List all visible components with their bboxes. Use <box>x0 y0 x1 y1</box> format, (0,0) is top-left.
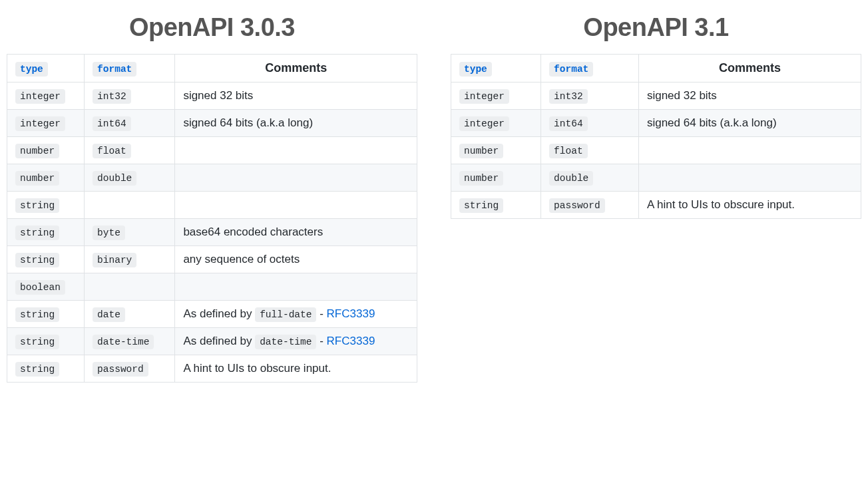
cell-comment <box>175 273 417 301</box>
format-code: password <box>549 198 605 213</box>
format-code: byte <box>93 226 125 240</box>
format-code: date <box>93 307 125 322</box>
cell-format: password <box>541 192 639 219</box>
type-code: string <box>15 362 59 377</box>
code-keyword: type <box>15 62 48 77</box>
cell-format: date <box>85 301 175 328</box>
type-code: integer <box>15 89 65 104</box>
rfc-link[interactable]: RFC3339 <box>327 307 375 320</box>
table-row: numberdouble <box>451 164 861 192</box>
cell-format <box>85 273 175 301</box>
table-row: integerint32signed 32 bits <box>7 82 417 110</box>
table-body-left: integerint32signed 32 bitsintegerint64si… <box>7 82 417 383</box>
type-code: integer <box>459 116 509 131</box>
cell-comment: any sequence of octets <box>175 246 417 273</box>
rfc-link[interactable]: RFC3339 <box>327 335 375 347</box>
cell-comment: As defined by date-time - RFC3339 <box>175 328 417 355</box>
cell-comment: signed 32 bits <box>638 82 861 110</box>
format-code: date-time <box>93 335 154 349</box>
cell-type: number <box>7 164 85 192</box>
format-code: password <box>93 362 148 377</box>
comparison-container: OpenAPI 3.0.3 type format Comments integ… <box>7 13 861 383</box>
type-code: string <box>15 253 59 267</box>
format-code: float <box>93 144 131 158</box>
cell-type: integer <box>7 82 85 110</box>
type-code: boolean <box>15 280 65 295</box>
cell-type: string <box>451 192 541 219</box>
table-row: integerint64signed 64 bits (a.k.a long) <box>7 110 417 137</box>
code-keyword: format <box>549 62 593 77</box>
format-code: int32 <box>93 89 131 104</box>
cell-type: integer <box>451 110 541 137</box>
format-code: double <box>549 171 593 186</box>
cell-type: number <box>451 137 541 164</box>
table-row: stringbinaryany sequence of octets <box>7 246 417 273</box>
type-code: string <box>15 198 59 213</box>
cell-comment <box>175 137 417 164</box>
cell-format <box>85 192 175 219</box>
cell-type: number <box>7 137 85 164</box>
heading-left: OpenAPI 3.0.3 <box>7 13 417 42</box>
cell-format: double <box>541 164 639 192</box>
cell-comment <box>638 137 861 164</box>
code-keyword: format <box>93 62 136 77</box>
cell-type: boolean <box>7 273 85 301</box>
cell-format: int64 <box>541 110 639 137</box>
table-row: stringpasswordA hint to UIs to obscure i… <box>451 192 861 219</box>
inline-code: date-time <box>255 335 316 349</box>
table-right: type format Comments integerint32signed … <box>451 54 861 219</box>
heading-right: OpenAPI 3.1 <box>451 13 861 42</box>
cell-comment: As defined by full-date - RFC3339 <box>175 301 417 328</box>
cell-format: int64 <box>85 110 175 137</box>
cell-comment: signed 64 bits (a.k.a long) <box>175 110 417 137</box>
cell-comment <box>175 164 417 192</box>
table-row: numberdouble <box>7 164 417 192</box>
table-body-right: integerint32signed 32 bitsintegerint64si… <box>451 82 861 219</box>
col-header-format: format <box>541 55 639 82</box>
table-row: stringbytebase64 encoded characters <box>7 219 417 246</box>
format-code: double <box>93 171 136 186</box>
cell-type: string <box>7 246 85 273</box>
type-code: string <box>459 198 503 213</box>
cell-comment: A hint to UIs to obscure input. <box>638 192 861 219</box>
col-header-comments: Comments <box>638 55 861 82</box>
table-row: stringdateAs defined by full-date - RFC3… <box>7 301 417 328</box>
cell-format: byte <box>85 219 175 246</box>
table-row: stringdate-timeAs defined by date-time -… <box>7 328 417 355</box>
type-code: number <box>15 144 59 158</box>
cell-format: float <box>541 137 639 164</box>
cell-comment: base64 encoded characters <box>175 219 417 246</box>
table-row: boolean <box>7 273 417 301</box>
format-code: int64 <box>549 116 588 131</box>
inline-code: full-date <box>255 307 316 322</box>
col-header-format: format <box>85 55 175 82</box>
col-header-comments: Comments <box>175 55 417 82</box>
cell-format: int32 <box>85 82 175 110</box>
cell-type: string <box>7 301 85 328</box>
type-code: integer <box>15 116 65 131</box>
cell-type: integer <box>451 82 541 110</box>
cell-type: string <box>7 355 85 383</box>
cell-comment: A hint to UIs to obscure input. <box>175 355 417 383</box>
table-row: numberfloat <box>7 137 417 164</box>
col-header-type: type <box>7 55 85 82</box>
type-code: string <box>15 307 59 322</box>
cell-comment <box>175 192 417 219</box>
table-row: stringpasswordA hint to UIs to obscure i… <box>7 355 417 383</box>
cell-format: password <box>85 355 175 383</box>
table-row: integerint64signed 64 bits (a.k.a long) <box>451 110 861 137</box>
table-row: string <box>7 192 417 219</box>
column-openapi-303: OpenAPI 3.0.3 type format Comments integ… <box>7 13 417 383</box>
type-code: string <box>15 335 59 349</box>
table-row: integerint32signed 32 bits <box>451 82 861 110</box>
col-header-type: type <box>451 55 541 82</box>
cell-comment <box>638 164 861 192</box>
cell-format: date-time <box>85 328 175 355</box>
cell-type: string <box>7 192 85 219</box>
type-code: number <box>15 171 59 186</box>
cell-format: float <box>85 137 175 164</box>
type-code: number <box>459 144 503 158</box>
format-code: binary <box>93 253 136 267</box>
format-code: int32 <box>549 89 588 104</box>
format-code: float <box>549 144 588 158</box>
